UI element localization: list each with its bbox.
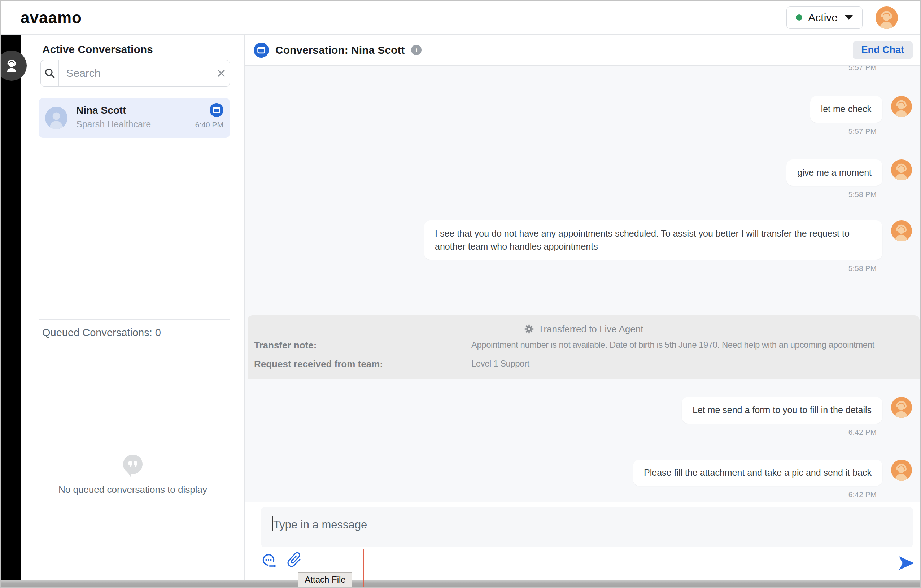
transfer-row-value: Appointment number is not available. Dat…	[471, 340, 919, 350]
message-timestamp: 5:57 PM	[245, 127, 921, 136]
transfer-row: Transfer note: Appointment number is not…	[247, 340, 919, 351]
clipped-timestamp: 5:57 PM	[245, 67, 921, 73]
conversation-search	[41, 60, 230, 86]
queued-conversations-label: Queued Conversations: 0	[42, 327, 161, 339]
search-clear-button[interactable]	[213, 60, 229, 86]
user-avatar	[45, 107, 67, 129]
header-right: Active	[786, 6, 898, 29]
end-chat-button[interactable]: End Chat	[853, 42, 913, 59]
panel-divider	[39, 319, 230, 320]
canned-responses-icon[interactable]	[261, 553, 278, 570]
chat-title: Conversation: Nina Scott	[275, 44, 405, 56]
headset-agent-icon	[3, 57, 20, 74]
transfer-title-row: Transferred to Live Agent	[247, 323, 919, 335]
left-nav-rail	[1, 35, 21, 580]
webchat-channel-icon	[254, 42, 269, 58]
agent-avatar[interactable]	[875, 6, 898, 29]
message-timestamp: 6:42 PM	[245, 490, 921, 499]
panel-title: Active Conversations	[42, 43, 153, 55]
chevron-down-icon	[845, 15, 853, 20]
message-row: I see that you do not have any appointme…	[245, 221, 921, 260]
transfer-row: Request received from team: Level 1 Supp…	[247, 359, 919, 370]
agent-avatar	[891, 221, 912, 241]
transfer-row-value: Level 1 Support	[471, 359, 919, 369]
transfer-section: Transferred to Live Agent Transfer note:…	[245, 274, 921, 380]
conversation-name: Nina Scott	[76, 105, 126, 116]
info-icon[interactable]: i	[411, 45, 421, 55]
message-row: give me a moment	[245, 159, 921, 186]
send-message-icon[interactable]	[898, 555, 915, 572]
agent-status-dropdown[interactable]: Active	[786, 6, 862, 29]
agent-message-bubble: I see that you do not have any appointme…	[424, 221, 882, 260]
messages-section-bottom: Let me send a form to you to fill in the…	[245, 380, 921, 502]
message-row: Please fill the attachment and take a pi…	[245, 460, 921, 486]
chat-header: Conversation: Nina Scott i End Chat	[245, 35, 921, 66]
agent-avatar	[891, 96, 912, 117]
message-timestamp: 6:42 PM	[245, 428, 921, 437]
message-input[interactable]	[261, 507, 913, 534]
transfer-title: Transferred to Live Agent	[539, 323, 643, 335]
app-header: avaamo Active	[1, 1, 920, 35]
conversation-subtitle: Sparsh Healthcare	[76, 119, 151, 130]
avaamo-logo: avaamo	[21, 9, 82, 27]
message-row: let me check	[245, 96, 921, 123]
attach-file-tooltip: Attach File	[298, 572, 352, 587]
webchat-channel-icon	[210, 103, 223, 117]
text-caret	[272, 516, 273, 531]
transfer-row-label: Transfer note:	[247, 340, 471, 351]
gear-icon	[524, 324, 534, 334]
message-timestamp: 5:58 PM	[245, 264, 921, 273]
transfer-row-label: Request received from team:	[247, 359, 471, 370]
quote-bubble-icon	[121, 453, 145, 479]
agent-avatar	[891, 397, 912, 418]
messages-section-top: 5:57 PM let me check 5:57 PM give me a m…	[245, 66, 921, 274]
agent-message-bubble: let me check	[810, 96, 882, 123]
search-icon-section	[41, 60, 59, 86]
agent-message-bubble: Let me send a form to you to fill in the…	[682, 397, 882, 424]
close-icon	[216, 68, 226, 78]
transfer-info-block: Transferred to Live Agent Transfer note:…	[247, 315, 919, 380]
status-label: Active	[808, 11, 838, 24]
message-timestamp: 5:58 PM	[245, 190, 921, 199]
conversations-panel: Active Conversations Nina Scott Sparsh H…	[21, 35, 245, 580]
message-composer	[245, 502, 921, 580]
queued-empty-state: No queued conversations to display	[21, 453, 244, 495]
search-input[interactable]	[59, 60, 213, 86]
agent-avatar	[891, 159, 912, 180]
agent-message-bubble: give me a moment	[786, 159, 882, 186]
status-green-dot-icon	[796, 15, 802, 21]
conversation-list-item[interactable]: Nina Scott Sparsh Healthcare 6:40 PM	[39, 98, 230, 138]
agent-message-bubble: Please fill the attachment and take a pi…	[633, 460, 882, 486]
queued-empty-text: No queued conversations to display	[21, 484, 244, 495]
window-bottom-edge	[1, 580, 920, 588]
attach-file-icon[interactable]	[285, 551, 303, 569]
transfer-rows: Transfer note: Appointment number is not…	[247, 340, 919, 380]
chat-area: Conversation: Nina Scott i End Chat 5:57…	[245, 35, 921, 580]
search-icon	[44, 67, 55, 79]
agent-avatar	[891, 460, 912, 481]
message-row: Let me send a form to you to fill in the…	[245, 397, 921, 424]
conversation-time: 6:40 PM	[195, 120, 223, 129]
composer-input-container[interactable]	[261, 507, 913, 547]
